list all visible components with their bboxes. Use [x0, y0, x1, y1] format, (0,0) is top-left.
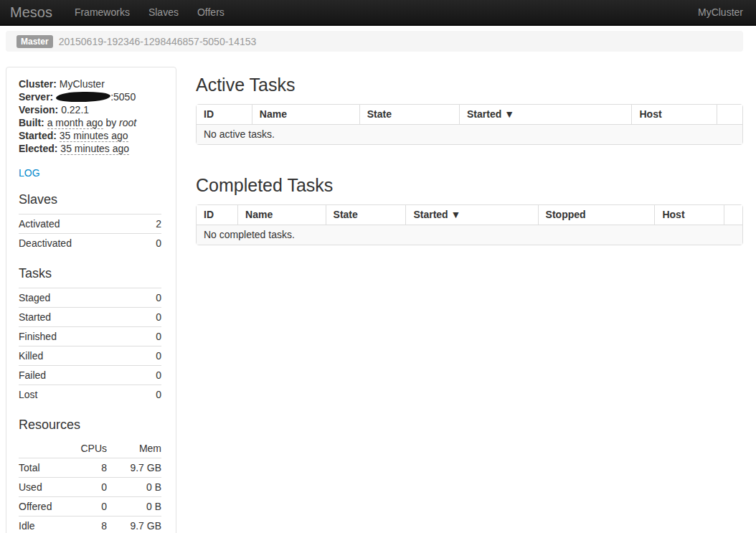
tasks-failed-value: 0 — [143, 366, 161, 385]
started-time: 35 minutes ago — [60, 130, 128, 142]
completed-col-stopped[interactable]: Stopped — [538, 205, 655, 225]
version-value: 0.22.1 — [61, 104, 89, 115]
tasks-lost-label: Lost — [19, 385, 143, 405]
table-header-row: ID Name State Started ▼ Host — [197, 105, 742, 125]
built-time: a month ago — [47, 117, 103, 129]
breadcrumb: Master 20150619-192346-1298446857-5050-1… — [6, 31, 743, 52]
active-col-started-sorted[interactable]: Started ▼ — [459, 105, 631, 125]
slaves-deactivated-label: Deactivated — [19, 234, 148, 253]
resources-idle-cpus: 8 — [65, 517, 107, 533]
active-col-host[interactable]: Host — [631, 105, 717, 125]
slaves-activated-label: Activated — [19, 214, 148, 234]
version-label: Version: — [19, 104, 58, 115]
table-row: No active tasks. — [197, 125, 742, 144]
table-row: Activated 2 — [19, 214, 161, 234]
tasks-table: Staged 0 Started 0 Finished 0 Killed 0 F… — [19, 288, 161, 404]
completed-col-name[interactable]: Name — [237, 205, 326, 225]
resources-idle-mem: 9.7 GB — [107, 517, 161, 533]
tasks-staged-label: Staged — [19, 288, 143, 308]
nav-links: Frameworks Slaves Offers — [65, 0, 234, 25]
master-id: 20150619-192346-1298446857-5050-14153 — [59, 36, 257, 47]
table-row: Failed 0 — [19, 366, 161, 385]
elected-time: 35 minutes ago — [60, 143, 129, 155]
server-address-redaction — [56, 91, 110, 103]
server-label: Server: — [19, 91, 53, 103]
nav-item-frameworks[interactable]: Frameworks — [65, 0, 139, 25]
tasks-heading: Tasks — [19, 265, 161, 282]
slaves-table: Activated 2 Deactivated 0 — [19, 214, 161, 253]
slaves-activated-value: 2 — [148, 214, 161, 234]
built-info-line: Built: a month ago by root — [19, 116, 161, 129]
resources-used-mem: 0 B — [107, 478, 161, 497]
completed-tasks-table: ID Name State Started ▼ Stopped Host No … — [196, 204, 743, 245]
server-port: :5050 — [110, 91, 136, 103]
table-header-row: ID Name State Started ▼ Stopped Host — [197, 205, 742, 225]
resources-offered-cpus: 0 — [65, 497, 107, 517]
completed-tasks-title: Completed Tasks — [196, 174, 743, 197]
active-col-state[interactable]: State — [359, 105, 459, 125]
top-navbar: Mesos Frameworks Slaves Offers MyCluster — [0, 0, 756, 26]
active-tasks-empty-message: No active tasks. — [197, 125, 742, 144]
tasks-started-label: Started — [19, 308, 143, 327]
completed-col-host[interactable]: Host — [654, 205, 724, 225]
elected-label: Elected: — [19, 143, 57, 154]
tasks-killed-value: 0 — [143, 346, 161, 366]
main-content: Active Tasks ID Name State Started ▼ Hos… — [196, 67, 743, 533]
table-row: Finished 0 — [19, 327, 161, 346]
table-row: Idle 8 9.7 GB — [19, 517, 161, 533]
started-label: Started: — [19, 130, 57, 141]
resources-table: CPUs Mem Total 8 9.7 GB Used 0 0 B Offer… — [19, 439, 161, 533]
table-row: Lost 0 — [19, 385, 161, 405]
server-info-line: Server: :5050 — [19, 90, 161, 103]
resources-used-label: Used — [19, 478, 65, 497]
slaves-deactivated-value: 0 — [148, 234, 161, 253]
completed-col-state[interactable]: State — [326, 205, 406, 225]
active-col-name[interactable]: Name — [252, 105, 359, 125]
tasks-staged-value: 0 — [143, 288, 161, 308]
resources-heading: Resources — [19, 416, 161, 433]
cluster-value: MyCluster — [60, 78, 105, 90]
table-row: Deactivated 0 — [19, 234, 161, 253]
cluster-info-line: Cluster: MyCluster — [19, 77, 161, 90]
table-row: Killed 0 — [19, 346, 161, 366]
tasks-started-value: 0 — [143, 308, 161, 327]
version-info-line: Version: 0.22.1 — [19, 103, 161, 116]
completed-col-empty — [724, 205, 742, 225]
nav-link-slaves[interactable]: Slaves — [139, 0, 188, 25]
nav-link-offers[interactable]: Offers — [188, 0, 234, 25]
completed-col-started-sorted[interactable]: Started ▼ — [405, 205, 537, 225]
table-row: Offered 0 0 B — [19, 497, 161, 517]
nav-item-offers[interactable]: Offers — [188, 0, 234, 25]
active-tasks-table: ID Name State Started ▼ Host No active t… — [196, 104, 743, 145]
nav-item-slaves[interactable]: Slaves — [139, 0, 188, 25]
built-by: by — [105, 117, 116, 128]
brand-mesos[interactable]: Mesos — [0, 0, 65, 25]
tasks-lost-value: 0 — [143, 385, 161, 405]
completed-col-id[interactable]: ID — [197, 205, 237, 225]
table-row: Total 8 9.7 GB — [19, 458, 161, 478]
slaves-heading: Slaves — [19, 191, 161, 208]
started-info-line: Started: 35 minutes ago — [19, 129, 161, 142]
active-col-id[interactable]: ID — [197, 105, 252, 125]
sidebar-panel: Cluster: MyCluster Server: :5050 Version… — [6, 67, 176, 533]
table-row: CPUs Mem — [19, 439, 161, 458]
resources-offered-label: Offered — [19, 497, 65, 517]
resources-idle-label: Idle — [19, 517, 65, 533]
table-row: No completed tasks. — [197, 225, 742, 245]
resources-total-label: Total — [19, 458, 65, 478]
resources-offered-mem: 0 B — [107, 497, 161, 517]
active-tasks-title: Active Tasks — [196, 73, 743, 97]
master-badge: Master — [16, 35, 53, 48]
content-area: Cluster: MyCluster Server: :5050 Version… — [6, 67, 743, 533]
navbar-cluster-name: MyCluster — [698, 6, 756, 18]
elected-info-line: Elected: 35 minutes ago — [19, 142, 161, 155]
resources-used-cpus: 0 — [65, 478, 107, 497]
log-link[interactable]: LOG — [19, 167, 40, 179]
tasks-failed-label: Failed — [19, 366, 143, 385]
resources-col-mem: Mem — [107, 439, 161, 458]
built-label: Built: — [19, 117, 44, 128]
nav-link-frameworks[interactable]: Frameworks — [65, 0, 139, 25]
tasks-finished-label: Finished — [19, 327, 143, 346]
built-user: root — [119, 117, 136, 128]
table-row: Started 0 — [19, 308, 161, 327]
